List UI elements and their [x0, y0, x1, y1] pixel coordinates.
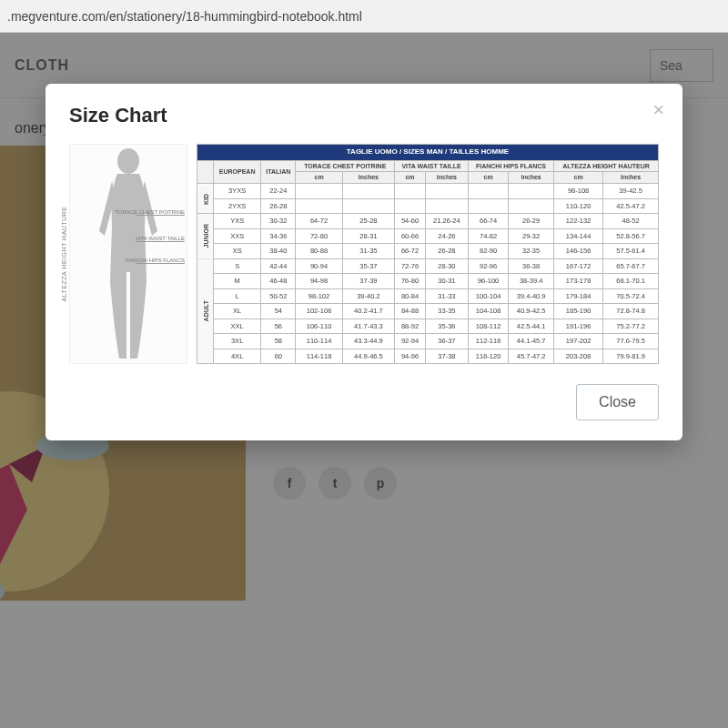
- sil-waist-label: VITA WAIST TAILLE: [136, 236, 185, 241]
- col-italian: ITALIAN: [261, 160, 296, 183]
- table-row: XXL56106-11041.7-43.388-9235-36108-11242…: [197, 318, 659, 333]
- table-row: JUNIORYXS30-3264-7225-2854-6021.26-2466-…: [197, 214, 659, 228]
- close-icon[interactable]: ×: [652, 98, 664, 122]
- table-row: 4XL60114-11844.9-46.594-9637-38116-12045…: [197, 349, 659, 364]
- table-row: XS38-4080-8831-3566-7226-2882-9032-35146…: [197, 244, 659, 258]
- group-junior: JUNIOR: [197, 214, 214, 258]
- size-chart-content: ALTEZZA HEIGHT HAUTURE TORACE CHEST POIT…: [69, 144, 659, 364]
- url-text: .megventure.com/en/stationery/18-humming…: [7, 9, 721, 24]
- browser-url-bar[interactable]: .megventure.com/en/stationery/18-humming…: [0, 0, 728, 33]
- size-chart-modal: Size Chart × ALTEZZA HEIGHT HAUTURE TORA…: [46, 84, 682, 440]
- modal-overlay[interactable]: Size Chart × ALTEZZA HEIGHT HAUTURE TORA…: [0, 33, 728, 728]
- modal-title: Size Chart: [69, 104, 659, 127]
- table-row: L50-5298-10239-40.280-8431-33100-10439.4…: [197, 288, 659, 303]
- table-row: XL54102-10640.2-41.784-8833-35104-10840.…: [197, 304, 659, 318]
- table-row: 3XL58110-11443.3-44.992-9436-37112-11644…: [197, 334, 659, 349]
- col-height: ALTEZZA HEIGHT HAUTEUR: [553, 160, 658, 172]
- size-chart-table: TAGLIE UOMO / SIZES MAN / TAILLES HOMME …: [197, 144, 659, 364]
- svg-point-3: [117, 148, 139, 174]
- sil-hips-label: FIANCHI HIPS FLANCS: [126, 258, 185, 263]
- table-row: KID3YXS22-2498-10839-42.5: [197, 184, 659, 198]
- table-row: M46-4894-9837-3976-8030-3196-10038-39.41…: [197, 274, 659, 288]
- sil-chest-label: TORACE CHEST POITRINE: [115, 209, 185, 215]
- table-row: XXS34-3672-8028-3160-6624-2674-8229-3213…: [197, 228, 659, 243]
- col-hips: FIANCHI HIPS FLANCS: [468, 160, 553, 172]
- silhouette-height-label: ALTEZZA HEIGHT HAUTURE: [61, 207, 67, 302]
- close-button[interactable]: Close: [576, 384, 659, 420]
- group-adult: ADULT: [197, 258, 214, 363]
- col-chest: TORACE CHEST POITRINE: [296, 160, 395, 172]
- col-european: EUROPEAN: [214, 160, 261, 183]
- body-silhouette: ALTEZZA HEIGHT HAUTURE TORACE CHEST POIT…: [69, 144, 187, 364]
- col-waist: VITA WAIST TAILLE: [395, 160, 469, 172]
- table-row: 2YXS26-28110-12042.5-47.2: [197, 198, 659, 213]
- group-kid: KID: [197, 184, 214, 214]
- chart-header: TAGLIE UOMO / SIZES MAN / TAILLES HOMME: [197, 145, 659, 161]
- table-row: ADULTS42-4490-9435-3772-7628-3092-9636-3…: [197, 258, 659, 273]
